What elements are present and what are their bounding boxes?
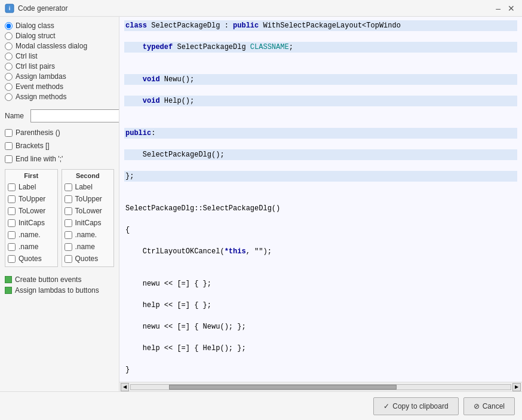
s-name-row: .name (65, 243, 112, 251)
f-namedot-text: .name. (19, 231, 41, 239)
assign-lambdas-row: Assign lambdas to buttons (5, 286, 114, 295)
title-bar-left: i Code generator (5, 4, 67, 13)
f-tolower-checkbox[interactable] (8, 207, 16, 215)
s-toupper-checkbox[interactable] (65, 195, 72, 203)
endline-checkbox[interactable] (5, 155, 13, 163)
s-initcaps-text: InitCaps (75, 219, 102, 227)
name-row: Name (5, 109, 114, 122)
s-namedot-row: .name. (65, 231, 112, 239)
parenthesis-checkbox[interactable] (5, 129, 13, 137)
assign-lambdas-indicator (5, 287, 12, 294)
endline-label: End line with ';' (16, 155, 63, 163)
brackets-checkbox[interactable] (5, 142, 13, 150)
s-label-text: Label (75, 183, 93, 191)
first-column-title: First (8, 172, 55, 179)
s-namedot-text: .name. (75, 231, 97, 239)
s-quotes-row: Quotes (65, 255, 112, 263)
f-name-checkbox[interactable] (8, 243, 16, 251)
radio-event-methods[interactable]: Event methods (5, 82, 114, 91)
brackets-row: Brackets [] (5, 142, 114, 150)
title-bar: i Code generator – ✕ (0, 0, 522, 17)
radio-dialog-struct-label: Dialog struct (16, 32, 56, 40)
cancel-label: Cancel (483, 402, 505, 410)
f-namedot-checkbox[interactable] (8, 231, 16, 239)
title-bar-controls: – ✕ (493, 4, 517, 13)
scroll-right-arrow[interactable]: ▶ (512, 383, 521, 391)
radio-ctrl-list-pairs-label: Ctrl list pairs (16, 62, 55, 70)
bottom-checks: Create button events Assign lambdas to b… (5, 275, 114, 295)
name-input[interactable] (30, 109, 119, 122)
s-initcaps-row: InitCaps (65, 219, 112, 227)
first-column-checkboxes: Label ToUpper ToLower InitCaps (8, 182, 55, 264)
f-namedot-row: .name. (8, 231, 55, 239)
name-label: Name (5, 112, 26, 120)
f-toupper-row: ToUpper (8, 195, 55, 203)
radio-modal-classless-label: Modal classless dialog (16, 42, 87, 50)
s-toupper-row: ToUpper (65, 195, 112, 203)
radio-event-methods-label: Event methods (16, 82, 63, 91)
f-label-row: Label (8, 183, 55, 191)
window-title: Code generator (18, 4, 67, 13)
s-tolower-text: ToLower (75, 207, 102, 215)
radio-assign-methods[interactable]: Assign methods (5, 93, 114, 101)
f-label-checkbox[interactable] (8, 183, 16, 191)
radio-assign-lambdas[interactable]: Assign lambdas (5, 72, 114, 81)
scroll-track[interactable] (130, 384, 511, 390)
f-label-text: Label (19, 183, 36, 191)
radio-dialog-class-label: Dialog class (16, 22, 54, 30)
f-initcaps-text: InitCaps (19, 219, 45, 227)
s-label-row: Label (65, 183, 112, 191)
code-area[interactable]: class SelectPackageDlg : public WithSele… (119, 17, 522, 382)
radio-ctrl-list-pairs[interactable]: Ctrl list pairs (5, 62, 114, 70)
cancel-button[interactable]: ⊘ Cancel (463, 397, 515, 415)
radio-assign-methods-label: Assign methods (16, 93, 66, 101)
f-tolower-text: ToLower (19, 207, 45, 215)
endline-row: End line with ';' (5, 155, 114, 163)
s-tolower-checkbox[interactable] (65, 207, 72, 215)
s-initcaps-checkbox[interactable] (65, 219, 72, 227)
radio-dialog-struct[interactable]: Dialog struct (5, 32, 114, 40)
radio-modal-classless[interactable]: Modal classless dialog (5, 42, 114, 50)
s-toupper-text: ToUpper (75, 195, 102, 203)
scroll-left-arrow[interactable]: ◀ (121, 383, 129, 391)
svg-text:i: i (9, 5, 11, 11)
create-btn-events-label: Create button events (15, 275, 81, 284)
parenthesis-row: Parenthesis () (5, 128, 114, 137)
left-panel: Dialog class Dialog struct Modal classle… (0, 17, 119, 391)
s-name-checkbox[interactable] (65, 243, 72, 251)
close-button[interactable]: ✕ (505, 4, 517, 13)
create-btn-events-indicator (5, 276, 12, 283)
f-initcaps-checkbox[interactable] (8, 219, 16, 227)
second-column-title: Second (65, 172, 112, 179)
f-quotes-row: Quotes (8, 255, 55, 263)
radio-assign-lambdas-label: Assign lambdas (16, 72, 66, 81)
copy-label: Copy to clipboard (392, 402, 448, 410)
s-name-text: .name (75, 243, 95, 251)
s-quotes-text: Quotes (75, 255, 99, 263)
copy-to-clipboard-button[interactable]: ✓ Copy to clipboard (373, 397, 458, 415)
radio-dialog-class[interactable]: Dialog class (5, 22, 114, 30)
minimize-button[interactable]: – (493, 4, 503, 13)
f-name-row: .name (8, 243, 55, 251)
s-quotes-checkbox[interactable] (65, 255, 72, 263)
main-content: Dialog class Dialog struct Modal classle… (0, 17, 522, 391)
horizontal-scrollbar[interactable]: ◀ ▶ (119, 382, 522, 391)
columns-container: First Label ToUpper ToLower (5, 169, 114, 267)
cancel-icon: ⊘ (474, 402, 480, 410)
assign-lambdas-label: Assign lambdas to buttons (15, 286, 99, 295)
copy-icon: ✓ (383, 402, 389, 410)
scroll-thumb[interactable] (169, 385, 397, 390)
app-icon: i (5, 4, 14, 13)
radio-ctrl-list[interactable]: Ctrl list (5, 52, 114, 60)
second-column-checkboxes: Label ToUpper ToLower InitCaps (65, 182, 112, 264)
s-namedot-checkbox[interactable] (65, 231, 72, 239)
brackets-label: Brackets [] (16, 142, 50, 150)
s-tolower-row: ToLower (65, 207, 112, 215)
code-panel: class SelectPackageDlg : public WithSele… (119, 17, 522, 391)
first-column: First Label ToUpper ToLower (5, 169, 58, 267)
f-initcaps-row: InitCaps (8, 219, 55, 227)
s-label-checkbox[interactable] (65, 183, 72, 191)
f-toupper-checkbox[interactable] (8, 195, 16, 203)
f-quotes-checkbox[interactable] (8, 255, 16, 263)
create-btn-events-row: Create button events (5, 275, 114, 284)
